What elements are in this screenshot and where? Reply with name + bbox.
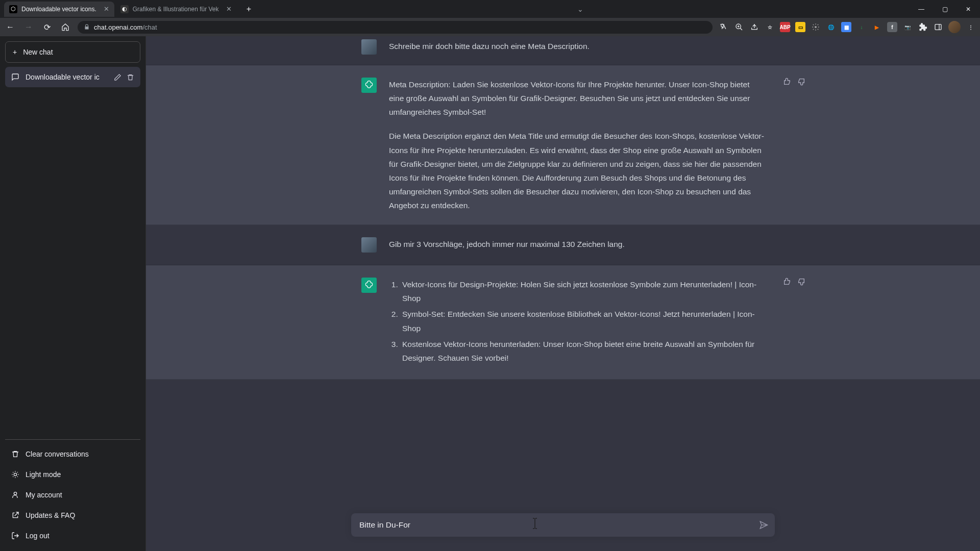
url-path: /chat (142, 23, 157, 31)
my-account-button[interactable]: My account (5, 485, 140, 505)
favicon-icon: ⬡ (9, 5, 17, 13)
lock-icon (84, 24, 90, 30)
clear-conversations-button[interactable]: Clear conversations (5, 444, 140, 464)
assistant-avatar (361, 78, 377, 93)
svg-point-4 (14, 492, 16, 495)
side-panel-icon[interactable] (933, 22, 943, 32)
trash-icon (11, 450, 19, 458)
close-icon[interactable]: ✕ (104, 5, 109, 13)
plus-icon: + (13, 48, 17, 56)
home-button[interactable] (59, 21, 71, 33)
list-item: Vektor-Icons für Design-Projekte: Holen … (400, 278, 765, 305)
back-button[interactable]: ← (4, 21, 16, 33)
assistant-message: Vektor-Icons für Design-Projekte: Holen … (146, 265, 980, 380)
logout-button[interactable]: Log out (5, 525, 140, 546)
list-item: Kostenlose Vektor-Icons herunterladen: U… (400, 337, 765, 365)
message-text: Gib mir 3 Vorschläge, jedoch immer nur m… (389, 237, 765, 251)
label: Clear conversations (26, 450, 89, 458)
thumbs-down-button[interactable] (797, 78, 805, 86)
close-window-button[interactable]: ✕ (957, 2, 980, 17)
chat-icon (11, 73, 19, 81)
bookmark-icon[interactable]: ☆ (765, 22, 775, 32)
extension-icon[interactable]: ▦ (841, 22, 851, 32)
zoom-icon[interactable] (734, 22, 744, 32)
svg-point-3 (14, 473, 16, 475)
label: Updates & FAQ (26, 511, 75, 519)
ordered-list: Vektor-Icons für Design-Projekte: Holen … (389, 278, 765, 365)
address-bar[interactable]: chat.openai.com/chat (78, 21, 713, 34)
label: Log out (26, 532, 50, 540)
tab-title: Grafiken & Illustrationen für Vek (133, 6, 219, 13)
extension-icon[interactable] (811, 22, 821, 32)
user-avatar (361, 39, 377, 55)
extension-icon[interactable]: ▶ (872, 22, 882, 32)
thumbs-up-button[interactable] (783, 78, 791, 86)
sun-icon (11, 470, 19, 479)
label: Light mode (26, 470, 61, 479)
browser-tab[interactable]: ◐ Grafiken & Illustrationen für Vek ✕ (115, 2, 237, 17)
tab-title: Downloadable vector icons. (21, 6, 96, 13)
profile-avatar[interactable] (948, 21, 961, 33)
close-icon[interactable]: ✕ (226, 5, 232, 13)
maximize-button[interactable]: ▢ (933, 2, 957, 17)
thumbs-up-button[interactable] (783, 278, 791, 286)
message-paragraph: Die Meta Description ergänzt den Meta Ti… (389, 129, 765, 212)
link-icon (11, 511, 19, 519)
tab-bar: ⬡ Downloadable vector icons. ✕ ◐ Grafike… (0, 0, 980, 18)
new-tab-button[interactable]: + (242, 2, 256, 16)
edit-icon[interactable] (114, 73, 121, 81)
translate-icon[interactable] (719, 22, 729, 32)
browser-tab[interactable]: ⬡ Downloadable vector icons. ✕ (4, 2, 114, 17)
message-input-box[interactable] (351, 513, 775, 537)
thumbs-down-button[interactable] (797, 278, 805, 286)
message-paragraph: Meta Description: Laden Sie kostenlose V… (389, 78, 765, 119)
new-chat-button[interactable]: + New chat (5, 41, 140, 63)
assistant-message: Meta Description: Laden Sie kostenlose V… (146, 65, 980, 225)
user-icon (11, 491, 19, 499)
extension-icon[interactable]: 📷 (902, 22, 913, 32)
send-button[interactable] (755, 518, 768, 531)
assistant-avatar (361, 278, 377, 293)
message-input[interactable] (359, 520, 757, 530)
reload-button[interactable]: ⟳ (41, 21, 53, 33)
svg-rect-2 (935, 24, 941, 30)
input-area (146, 505, 980, 551)
message-text: Schreibe mir doch bitte dazu noch eine M… (389, 39, 765, 53)
conversation-item[interactable]: Downloadable vector ic (5, 67, 140, 87)
light-mode-button[interactable]: Light mode (5, 464, 140, 485)
extension-icon[interactable]: ABP (780, 22, 790, 32)
extension-icon[interactable]: f (887, 22, 897, 32)
favicon-icon: ◐ (120, 5, 129, 13)
list-item: Symbol-Set: Entdecken Sie unsere kostenl… (400, 307, 765, 335)
user-message: Schreibe mir doch bitte dazu noch eine M… (146, 36, 980, 65)
tabs-dropdown-icon[interactable]: ⌄ (573, 3, 587, 15)
label: My account (26, 491, 62, 499)
menu-icon[interactable]: ⋮ (966, 22, 976, 32)
user-avatar (361, 237, 377, 253)
main-content: Schreibe mir doch bitte dazu noch eine M… (146, 36, 980, 551)
extension-icon[interactable]: ↓ (856, 22, 867, 32)
share-icon[interactable] (749, 22, 760, 32)
conversation-title: Downloadable vector ic (26, 73, 100, 81)
forward-button[interactable]: → (22, 21, 35, 33)
extension-icon[interactable]: 🌐 (826, 22, 836, 32)
logout-icon (11, 532, 19, 540)
svg-point-1 (815, 26, 817, 28)
updates-faq-button[interactable]: Updates & FAQ (5, 505, 140, 525)
delete-icon[interactable] (127, 73, 134, 81)
extensions-menu-icon[interactable] (918, 22, 928, 32)
sidebar: + New chat Downloadable vector ic Clear … (0, 36, 146, 551)
new-chat-label: New chat (23, 48, 53, 56)
nav-bar: ← → ⟳ chat.openai.com/chat ☆ ABP ▭ (0, 18, 980, 36)
minimize-button[interactable]: — (910, 2, 933, 17)
extension-icon[interactable]: ▭ (795, 22, 805, 32)
user-message: Gib mir 3 Vorschläge, jedoch immer nur m… (146, 225, 980, 265)
url-host: chat.openai.com (94, 23, 142, 31)
